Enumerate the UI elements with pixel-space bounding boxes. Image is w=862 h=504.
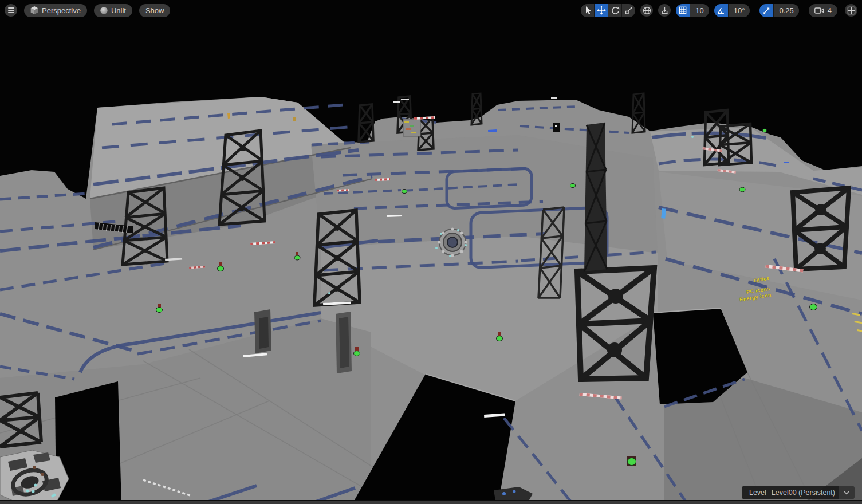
level-geometry[interactable]	[0, 0, 862, 504]
quad-view-button[interactable]	[845, 4, 857, 17]
camera-icon	[814, 7, 824, 14]
angle-icon	[717, 6, 725, 15]
dark-column	[584, 123, 607, 271]
grid-snap-value[interactable]: 10	[690, 4, 709, 17]
surface-snap-icon	[660, 6, 669, 15]
show-button[interactable]: Show	[139, 4, 171, 17]
perspective-label: Perspective	[42, 6, 81, 15]
scale-snap-value[interactable]: 0.25	[774, 4, 798, 17]
shelf-prop[interactable]	[403, 119, 420, 136]
chevron-down-icon	[844, 491, 849, 495]
cursor-icon	[583, 6, 592, 15]
camera-speed-value: 4	[828, 6, 832, 15]
surface-snap-button[interactable]	[658, 4, 671, 17]
sphere-icon	[100, 7, 108, 14]
transform-tool-group	[581, 4, 635, 17]
distant-sprite[interactable]	[553, 123, 560, 132]
camera-speed-control[interactable]: 4	[809, 4, 837, 17]
perspective-button[interactable]: Perspective	[24, 4, 87, 17]
rotate-icon	[611, 6, 620, 15]
grid-snap-group: 10	[676, 4, 709, 17]
rotate-tool-button[interactable]	[608, 4, 621, 17]
grid-icon	[679, 6, 687, 14]
cube-icon	[30, 6, 38, 14]
rotation-snap-value[interactable]: 10°	[729, 4, 750, 17]
scale-tool-button[interactable]	[622, 4, 635, 17]
scale-snap-group: 0.25	[759, 4, 798, 17]
viewport-toolbar: Perspective Unlit Show	[0, 0, 862, 21]
viewport-3d-scene[interactable]: Office PC icons Energy icon Perspective …	[0, 0, 862, 504]
level-selector[interactable]: Level Level00 (Persistent)	[742, 486, 855, 499]
view-mode-label: Unlit	[111, 6, 126, 15]
hamburger-icon	[8, 10, 14, 11]
globe-icon	[643, 6, 651, 15]
view-mode-button[interactable]: Unlit	[94, 4, 132, 17]
rotation-snap-group: 10°	[714, 4, 750, 17]
move-icon	[597, 6, 606, 15]
viewport-options-button[interactable]	[5, 4, 17, 17]
select-tool-button[interactable]	[581, 4, 594, 17]
move-tool-button[interactable]	[595, 4, 608, 17]
level-selector-chevron[interactable]	[839, 486, 855, 499]
rotation-snap-button[interactable]	[714, 4, 728, 17]
grid-snap-button[interactable]	[676, 4, 690, 17]
scale-snap-button[interactable]	[759, 4, 773, 17]
scale-snap-icon	[762, 6, 771, 15]
show-label: Show	[145, 6, 164, 15]
level-value: Level00 (Persistent)	[772, 489, 835, 497]
level-selector-text: Level Level00 (Persistent)	[742, 486, 839, 499]
world-space-button[interactable]	[640, 4, 653, 17]
window-edge-strip	[0, 501, 862, 504]
window-edge-line	[0, 500, 862, 501]
quad-view-icon	[847, 6, 856, 15]
scale-icon	[624, 6, 633, 15]
hatch-machine[interactable]	[0, 450, 69, 504]
level-label: Level	[749, 489, 766, 497]
